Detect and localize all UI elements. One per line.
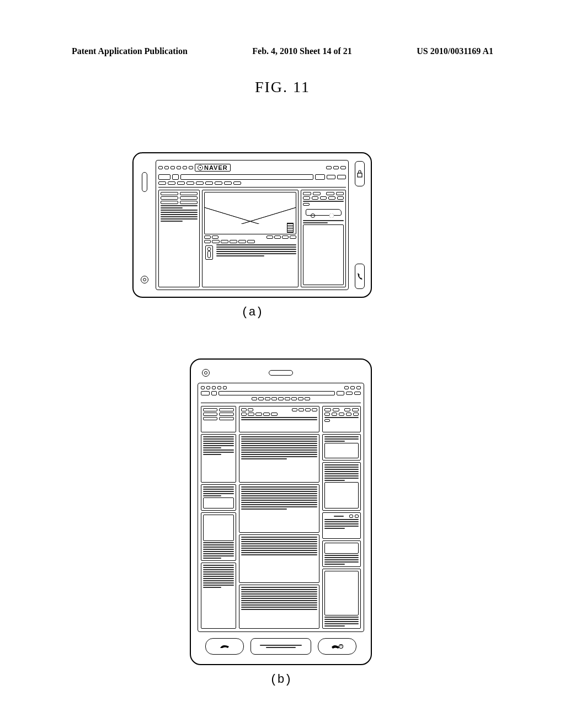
- hero-image: [204, 192, 297, 234]
- content-columns: [158, 190, 346, 287]
- left-sidebar[interactable]: [158, 190, 200, 287]
- lock-key-icon[interactable]: [355, 161, 365, 186]
- home-key[interactable]: [250, 638, 311, 655]
- svg-rect-0: [358, 173, 362, 177]
- sub-label-a: (a): [132, 306, 372, 319]
- nav-row[interactable]: [158, 181, 346, 185]
- camera-icon: [202, 369, 210, 377]
- earpiece-icon: [142, 172, 147, 192]
- right-sidebar[interactable]: [301, 190, 346, 287]
- figure-a: NAVER: [132, 152, 372, 319]
- figure-b: (b): [190, 358, 372, 687]
- left-sidebar[interactable]: [201, 406, 236, 629]
- call-key-icon[interactable]: [355, 264, 365, 289]
- header-left: Patent Application Publication: [72, 46, 188, 56]
- phone-left-side: [134, 153, 156, 297]
- phone-topbar: [196, 365, 365, 381]
- portal-logo: NAVER: [195, 164, 231, 172]
- end-key-icon[interactable]: [318, 638, 356, 655]
- header-right: US 2010/0031169 A1: [417, 46, 493, 56]
- center-content[interactable]: [202, 190, 299, 287]
- phone-portrait: [190, 358, 372, 665]
- right-sidebar[interactable]: [322, 406, 361, 629]
- person-image: [205, 245, 213, 260]
- portal-header: [201, 386, 361, 404]
- hardware-keys: [196, 634, 365, 659]
- earpiece-icon: [269, 370, 293, 376]
- sub-label-b: (b): [190, 673, 372, 687]
- car-image: [303, 207, 344, 219]
- top-row: NAVER: [158, 163, 346, 173]
- header-center: Feb. 4, 2010 Sheet 14 of 21: [252, 46, 351, 56]
- figure-label: FIG. 11: [0, 78, 565, 96]
- center-content[interactable]: [239, 406, 320, 629]
- call-key-icon[interactable]: [205, 638, 244, 655]
- browser-screen-portrait[interactable]: [198, 383, 364, 632]
- camera-icon: [141, 276, 148, 283]
- content-columns-portrait: [201, 406, 361, 629]
- page-header: Patent Application Publication Feb. 4, 2…: [0, 46, 565, 56]
- search-row[interactable]: [158, 174, 346, 180]
- phone-right-side: [349, 153, 371, 297]
- browser-screen[interactable]: NAVER: [156, 160, 349, 290]
- phone-landscape: NAVER: [132, 152, 372, 298]
